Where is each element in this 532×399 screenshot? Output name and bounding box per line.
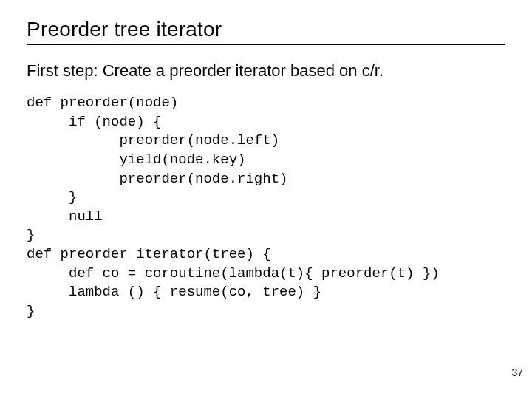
page-number: 37: [511, 366, 523, 378]
slide-title: Preorder tree iterator: [27, 18, 505, 45]
slide-subtitle: First step: Create a preorder iterator b…: [27, 61, 505, 81]
slide: Preorder tree iterator First step: Creat…: [0, 0, 532, 399]
code-block: def preorder(node) if (node) { preorder(…: [27, 94, 505, 321]
